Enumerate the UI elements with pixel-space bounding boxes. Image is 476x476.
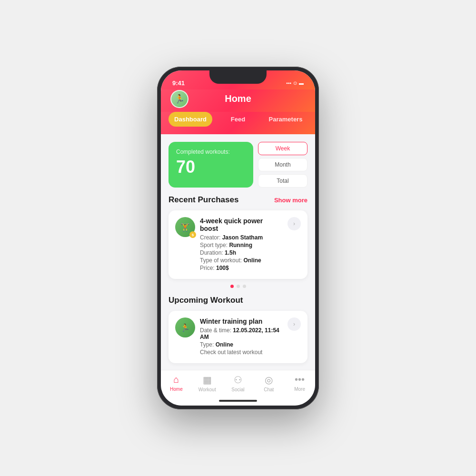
upcoming-title: Winter training plan bbox=[200, 317, 283, 325]
nav-home-label: Home bbox=[170, 387, 183, 392]
purchase-workout-type: Type of workout: Online bbox=[200, 257, 283, 264]
header: 🏃 Home bbox=[161, 89, 315, 112]
show-more-button[interactable]: Show more bbox=[274, 197, 307, 204]
purchase-details: 4-week quick power boost Creator: Jason … bbox=[200, 217, 283, 272]
purchase-arrow-button[interactable]: › bbox=[288, 217, 301, 230]
dot-3 bbox=[243, 285, 246, 288]
upcoming-workout-title: Upcoming Workout bbox=[169, 296, 243, 305]
period-total[interactable]: Total bbox=[258, 174, 307, 188]
signal-icon: ▪▪▪ bbox=[286, 80, 291, 86]
page-title: Home bbox=[225, 93, 251, 104]
avatar-emoji: 🏃 bbox=[174, 94, 185, 104]
notch bbox=[209, 70, 267, 84]
nav-workout[interactable]: ▦ Workout bbox=[192, 374, 223, 392]
purchase-title: 4-week quick power boost bbox=[200, 217, 283, 232]
more-icon: ••• bbox=[295, 374, 305, 385]
upcoming-datetime: Date & time: 12.05.2022, 11:54 AM bbox=[200, 327, 283, 340]
workout-label: Completed workouts: bbox=[176, 149, 246, 155]
home-icon: ⌂ bbox=[173, 374, 179, 385]
upcoming-arrow-button[interactable]: › bbox=[288, 317, 301, 331]
purchase-card: 🏋️ $ 4-week quick power boost Creator: J… bbox=[169, 210, 307, 279]
upcoming-details: Winter training plan Date & time: 12.05.… bbox=[200, 317, 283, 357]
stats-row: Completed workouts: 70 Week Month Total bbox=[169, 142, 307, 188]
home-indicator bbox=[161, 398, 315, 406]
upcoming-card: 🏃 Winter training plan Date & time: 12.0… bbox=[169, 311, 307, 363]
main-content: Completed workouts: 70 Week Month Total … bbox=[161, 134, 315, 370]
tabs-bar: Dashboard Feed Parameters bbox=[161, 112, 315, 134]
phone-screen: 9:41 ▪▪▪ ⊙ ▬ 🏃 Home Dashboard Feed Param… bbox=[161, 70, 315, 406]
workout-card: Completed workouts: 70 bbox=[169, 142, 253, 188]
nav-workout-label: Workout bbox=[198, 387, 216, 392]
nav-social[interactable]: ⚇ Social bbox=[223, 374, 254, 392]
purchase-duration: Duration: 1.5h bbox=[200, 249, 283, 256]
period-week[interactable]: Week bbox=[258, 142, 307, 155]
dot-2 bbox=[237, 285, 240, 288]
upcoming-description: Check out latest workout bbox=[200, 349, 283, 356]
dot-1 bbox=[230, 285, 234, 288]
nav-home[interactable]: ⌂ Home bbox=[161, 374, 192, 392]
status-icons: ▪▪▪ ⊙ ▬ bbox=[286, 80, 304, 86]
upcoming-workout-header: Upcoming Workout bbox=[169, 296, 307, 305]
purchase-avatar: 🏋️ $ bbox=[175, 217, 195, 237]
phone-device: 9:41 ▪▪▪ ⊙ ▬ 🏃 Home Dashboard Feed Param… bbox=[157, 67, 319, 409]
chat-icon: ◎ bbox=[265, 374, 273, 386]
status-time: 9:41 bbox=[172, 79, 185, 87]
battery-icon: ▬ bbox=[299, 80, 304, 86]
period-month[interactable]: Month bbox=[258, 158, 307, 171]
nav-chat[interactable]: ◎ Chat bbox=[253, 374, 284, 392]
purchase-creator: Creator: Jason Statham bbox=[200, 234, 283, 241]
tab-dashboard[interactable]: Dashboard bbox=[169, 112, 212, 127]
tab-feed[interactable]: Feed bbox=[216, 112, 260, 127]
wifi-icon: ⊙ bbox=[293, 80, 297, 86]
purchase-price: Price: 100$ bbox=[200, 265, 283, 271]
nav-more-label: More bbox=[294, 387, 305, 392]
upcoming-card-row: 🏃 Winter training plan Date & time: 12.0… bbox=[175, 317, 301, 357]
nav-chat-label: Chat bbox=[264, 387, 274, 392]
purchase-sport-type: Sport type: Running bbox=[200, 242, 283, 248]
period-buttons: Week Month Total bbox=[258, 142, 307, 188]
nav-more[interactable]: ••• More bbox=[284, 374, 315, 392]
workout-count: 70 bbox=[176, 157, 246, 177]
social-icon: ⚇ bbox=[234, 374, 242, 386]
tab-parameters[interactable]: Parameters bbox=[264, 112, 307, 127]
nav-social-label: Social bbox=[231, 387, 244, 392]
bottom-nav: ⌂ Home ▦ Workout ⚇ Social ◎ Chat ••• Mor… bbox=[161, 370, 315, 398]
recent-purchases-title: Recent Purchases bbox=[169, 195, 238, 205]
upcoming-avatar: 🏃 bbox=[175, 317, 195, 337]
workout-icon: ▦ bbox=[203, 374, 212, 386]
recent-purchases-header: Recent Purchases Show more bbox=[169, 195, 307, 205]
carousel-dots bbox=[169, 285, 307, 288]
avatar[interactable]: 🏃 bbox=[170, 90, 188, 108]
home-bar bbox=[219, 400, 257, 402]
coin-badge: $ bbox=[189, 231, 196, 238]
upcoming-type: Type: Online bbox=[200, 341, 283, 348]
card-header-row: 🏋️ $ 4-week quick power boost Creator: J… bbox=[175, 217, 301, 272]
